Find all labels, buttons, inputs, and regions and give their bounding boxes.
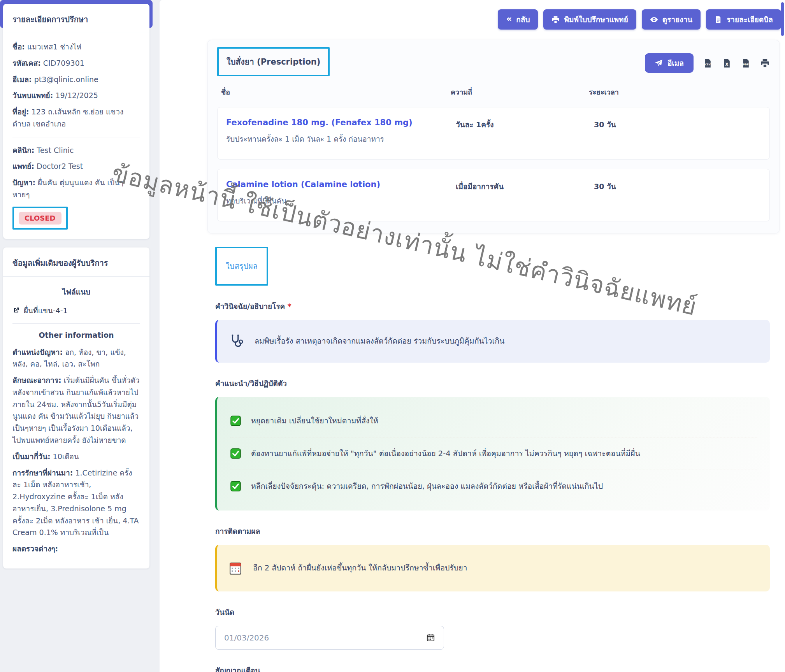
chevrons-left-icon: « — [506, 14, 512, 23]
column-frequency: ความถี่ — [451, 86, 589, 98]
other-info-field: ผลตรวจต่างๆ: — [12, 543, 140, 555]
consultation-details-card: รายละเอียดการปรึกษา ชื่อ: แมวเทส1 ช่างไห… — [3, 4, 149, 239]
svg-text:PDF: PDF — [743, 63, 748, 66]
page: ข้อมูลหน้านี้ ใช้เป็นตัวอย่างเท่านั้น ไม… — [0, 0, 785, 672]
summary-tab[interactable]: ใบสรุปผล — [226, 260, 258, 272]
export-pdf-icon[interactable]: PDF — [741, 58, 751, 68]
prescription-title: ใบสั่งยา (Prescription) — [227, 55, 320, 68]
medicine-name-link[interactable]: Fexofenadine 180 mg. (Fenafex 180 mg) — [226, 118, 456, 127]
other-information-heading: Other information — [12, 331, 140, 339]
medicine-frequency: วันละ 1ครั้ง — [456, 119, 594, 130]
view-report-button[interactable]: ดูรายงาน — [642, 9, 701, 30]
export-csv-icon[interactable]: CSV — [703, 58, 713, 68]
svg-text:CSV: CSV — [705, 63, 710, 66]
advice-heading: คำแนะนำ/วิธีปฏิบัติตัว — [215, 377, 780, 389]
medicine-instruction: รับประทานครั้งละ 1 เม็ด วันละ 1 ครั้ง ก่… — [226, 133, 456, 145]
medicine-duration: 30 วัน — [594, 119, 761, 130]
additional-info-card: ข้อมูลเพิ่มเติมของผู้รับบริการ ไฟล์แนบ ผ… — [3, 247, 149, 568]
eye-icon — [650, 16, 658, 24]
patient-field: ชื่อ: แมวเทส1 ช่างไห่ — [12, 41, 140, 53]
diagnosis-box: ลมพิษเรื้อรัง สาเหตุอาจเกิดจากแมลงสัตว์ก… — [215, 320, 770, 363]
additional-info-title: ข้อมูลเพิ่มเติมของผู้รับบริการ — [3, 247, 149, 277]
follow-up-box: อีก 2 สัปดาห์ ถ้าผื่นยังเห่อขึ้นทุกวัน ใ… — [215, 545, 770, 591]
patient-field: อีเมล: pt3@qlinic.online — [12, 74, 140, 86]
medicine-name-link[interactable]: Calamine lotion (Calamine lotion) — [226, 180, 456, 189]
diagnosis-heading: คำวินิจฉัย/อธิบายโรค * — [215, 300, 780, 312]
divider — [12, 137, 140, 137]
clinic-field: ปัญหา: ผื่นคัน ตุ่มนูนแดง คัน เป็นๆหายๆ — [12, 177, 140, 201]
svg-text:X: X — [725, 62, 728, 67]
prescription-row: Fexofenadine 180 mg. (Fenafex 180 mg) รั… — [217, 107, 770, 160]
attachment-link[interactable]: ผื่นที่แขน-4-1 — [12, 305, 140, 316]
appointment-date-value: 01/03/2026 — [224, 633, 269, 642]
diagnosis-text: ลมพิษเรื้อรัง สาเหตุอาจเกิดจากแมลงสัตว์ก… — [255, 335, 504, 347]
appointment-date-input[interactable]: 01/03/2026 — [215, 626, 444, 650]
main-content: « กลับ พิมพ์ใบปรึกษาแพทย์ ดูรายงาน รายละ… — [160, 0, 785, 672]
column-name: ชื่อ — [221, 86, 451, 98]
back-button[interactable]: « กลับ — [498, 9, 538, 30]
follow-up-heading: การติดตามผล — [215, 525, 780, 537]
export-excel-icon[interactable]: X — [722, 58, 732, 68]
patient-field: ที่อยู่: 123 ถ.เส้นหลัก ซ.ย่อย แขวงตำบล … — [12, 106, 140, 130]
required-asterisk: * — [288, 302, 292, 311]
send-icon — [655, 59, 663, 67]
prescription-actions: อีเมล CSV X PDF — [645, 53, 770, 73]
sidebar: รายละเอียดการปรึกษา ชื่อ: แมวเทส1 ช่างไห… — [0, 0, 153, 672]
vertical-scrollbar-thumb[interactable] — [781, 2, 784, 36]
printer-icon — [551, 16, 560, 24]
prescription-title-annotation-box: ใบสั่งยา (Prescription) — [217, 47, 330, 76]
clinic-field: แพทย์: Doctor2 Test — [12, 160, 140, 172]
external-link-icon — [12, 307, 20, 314]
patient-field: วันพบแพทย์: 19/12/2025 — [12, 89, 140, 102]
advice-box: หยุดยาเดิม เปลี่ยนใช้ยาใหม่ตามที่สั่งให้… — [215, 397, 770, 511]
document-icon — [714, 16, 722, 24]
advice-item: หลีกเลี่ยงปัจจัยกระตุ้น: ความเครียด, การ… — [230, 470, 757, 502]
other-info-field: ลักษณะอาการ: เริ่มต้นมีผื่นคัน ขึ้นทั่วต… — [12, 374, 140, 446]
print-prescription-icon[interactable] — [760, 58, 770, 68]
other-info-field: การรักษาที่ผ่านมา: 1.Cetirizine ครั้งละ … — [12, 467, 140, 539]
divider — [12, 323, 140, 324]
medicine-frequency: เมื่อมีอาการคัน — [456, 181, 594, 192]
patient-field: รหัสเคส: CID709301 — [12, 57, 140, 69]
print-consultation-button[interactable]: พิมพ์ใบปรึกษาแพทย์ — [543, 9, 636, 30]
column-duration: ระยะเวลา — [589, 86, 766, 98]
summary-tab-annotation-box: ใบสรุปผล — [215, 247, 268, 286]
clinic-field: คลินิก: Test Clinic — [12, 144, 140, 156]
checked-checkbox-icon — [230, 416, 241, 426]
attachments-heading: ไฟล์แนบ — [12, 286, 140, 298]
medicine-instruction: ทาบริเวณที่มีผื่นคัน — [226, 195, 456, 207]
toolbar: « กลับ พิมพ์ใบปรึกษาแพทย์ ดูรายงาน รายละ… — [498, 9, 781, 30]
warning-heading: สัญญาณเตือน — [215, 665, 780, 672]
prescription-panel: ใบสั่งยา (Prescription) อีเมล CSV X PDF — [207, 40, 780, 233]
consultation-card-title: รายละเอียดการปรึกษา — [3, 4, 149, 33]
checked-checkbox-icon — [230, 481, 241, 491]
other-info-field: ตำแหน่งปัญหา: อก, ท้อง, ขา, แข้ง, หลัง, … — [12, 346, 140, 370]
stethoscope-icon — [229, 334, 244, 349]
follow-up-text: อีก 2 สัปดาห์ ถ้าผื่นยังเห่อขึ้นทุกวัน ใ… — [253, 562, 467, 574]
bill-details-button[interactable]: รายละเอียดบิล — [706, 9, 781, 30]
appointment-heading: วันนัด — [215, 606, 780, 618]
checked-checkbox-icon — [230, 448, 241, 459]
prescription-row: Calamine lotion (Calamine lotion) ทาบริเ… — [217, 169, 770, 221]
prescription-table-header: ชื่อ ความถี่ ระยะเวลา — [217, 86, 770, 98]
calendar-icon — [229, 561, 242, 575]
medicine-duration: 30 วัน — [594, 181, 761, 192]
other-info-field: เป็นมากี่วัน: 10เดือน — [12, 451, 140, 463]
calendar-picker-icon[interactable] — [426, 633, 435, 642]
status-badge: CLOSED — [19, 212, 61, 225]
email-button[interactable]: อีเมล — [645, 53, 694, 73]
advice-item: หยุดยาเดิม เปลี่ยนใช้ยาใหม่ตามที่สั่งให้ — [230, 405, 757, 437]
closed-status-annotation-box: CLOSED — [12, 207, 68, 230]
advice-item: ต้องทานยาแก้แพ้ที่หมอจ่ายให้ "ทุกวัน" ต่… — [230, 437, 757, 470]
